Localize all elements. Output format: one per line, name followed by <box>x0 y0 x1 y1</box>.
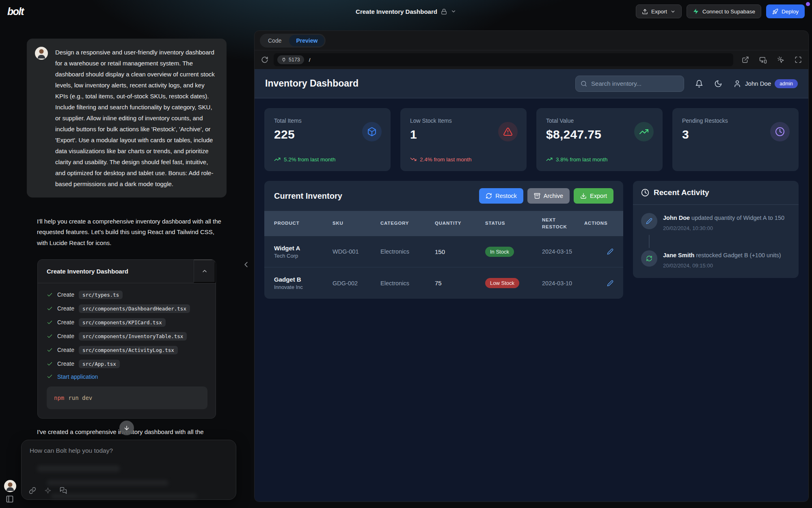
account-avatar[interactable] <box>4 480 16 492</box>
page-title: Inventory Dashboard <box>265 78 358 89</box>
timeline-connector <box>649 235 650 248</box>
product-supplier: Innovate Inc <box>274 284 330 290</box>
user-icon <box>733 80 741 88</box>
kpi-trend: 3.8% from last month <box>546 156 608 163</box>
file-chip[interactable]: src/components/ActivityLog.tsx <box>79 346 178 354</box>
url-input[interactable]: 5173 / <box>274 53 733 66</box>
product-supplier: Tech Corp <box>274 253 330 259</box>
check-icon <box>47 361 53 367</box>
notification-dot <box>806 2 810 6</box>
product-name: Widget A <box>274 245 330 252</box>
plug-icon <box>281 57 286 62</box>
tab-code[interactable]: Code <box>261 35 288 46</box>
artifact-card: Create Inventory Dashboard Create src/ty… <box>37 259 216 419</box>
activity-action: restocked Gadget B (+100 units) <box>696 252 781 258</box>
search-icon <box>581 80 587 87</box>
edit-row-button[interactable] <box>607 280 613 287</box>
file-chip[interactable]: src/components/KPICard.tsx <box>79 318 166 327</box>
file-chip[interactable]: src/types.ts <box>79 291 123 299</box>
refresh-icon <box>486 193 492 199</box>
rocket-icon <box>772 9 778 15</box>
fullscreen-icon[interactable] <box>795 56 802 64</box>
file-chip[interactable]: src/App.tsx <box>79 360 120 368</box>
preview-viewport: Inventory Dashboard Search inventory... … <box>255 69 808 501</box>
check-icon <box>47 319 53 326</box>
artifact-steps: Create src/types.ts Create src/component… <box>38 283 216 418</box>
reload-icon[interactable] <box>261 56 268 63</box>
artifact-title: Create Inventory Dashboard <box>47 268 128 275</box>
check-icon <box>47 306 53 312</box>
project-title: Create Inventory Dashboard <box>356 8 437 15</box>
restock-button[interactable]: Restock <box>479 188 523 204</box>
sidebar-toggle-icon[interactable] <box>6 495 14 503</box>
trending-down-icon <box>410 156 417 163</box>
step-create-file: Create src/components/InventoryTable.tsx <box>47 332 207 341</box>
activity-item: John Doe updated quantity of Widget A to… <box>641 213 790 232</box>
preview-panel: Code Preview 5173 / Inventory Dashboard <box>254 30 809 502</box>
table-header: PRODUCT SKU CATEGORY QUANTITY STATUS NEX… <box>264 211 623 236</box>
dark-mode-toggle-icon[interactable] <box>714 80 722 88</box>
user-name: John Doe <box>745 80 771 87</box>
status-badge: In Stock <box>485 247 514 257</box>
clock-icon <box>770 122 790 141</box>
search-input[interactable]: Search inventory... <box>575 76 684 92</box>
preview-toolbar-icons <box>742 56 802 64</box>
start-application-link[interactable]: Start application <box>57 373 98 380</box>
step-create-file: Create src/components/KPICard.tsx <box>47 318 207 327</box>
quantity-cell[interactable]: 150 <box>435 248 483 255</box>
chat-input-toolbar <box>29 487 67 494</box>
pencil-icon <box>641 213 657 229</box>
inspector-cursor-icon[interactable] <box>777 56 784 64</box>
user-menu[interactable]: John Doe admin <box>733 79 798 88</box>
dashboard-main-row: Current Inventory Restock Archive <box>264 181 799 299</box>
arrow-down-icon <box>123 425 130 431</box>
port-pill[interactable]: 5173 <box>277 55 304 64</box>
clock-icon <box>641 189 649 197</box>
next-restock-cell: 2024-03-15 <box>542 248 582 255</box>
archive-icon <box>534 193 540 199</box>
open-external-icon[interactable] <box>742 56 749 64</box>
activity-action: updated quantity of Widget A to 150 <box>691 215 784 221</box>
enhance-prompt-icon[interactable] <box>44 487 52 494</box>
refresh-icon <box>641 250 657 267</box>
next-restock-cell: 2024-03-10 <box>542 280 582 287</box>
terminal-command-block: npmrun dev <box>47 386 207 409</box>
bell-icon[interactable] <box>695 80 703 88</box>
step-create-file: Create src/components/ActivityLog.tsx <box>47 346 207 354</box>
export-button[interactable]: Export <box>636 4 682 18</box>
device-preview-icon[interactable] <box>759 56 767 64</box>
project-title-menu[interactable]: Create Inventory Dashboard <box>356 8 456 15</box>
alert-triangle-icon <box>498 122 518 141</box>
attach-link-icon[interactable] <box>29 487 36 494</box>
user-message: Design a responsive and user-friendly in… <box>27 39 227 198</box>
collapse-chat-handle[interactable] <box>242 260 251 269</box>
step-create-file: Create src/types.ts <box>47 291 207 299</box>
discussion-mode-icon[interactable] <box>60 487 67 494</box>
file-chip[interactable]: src/components/InventoryTable.tsx <box>79 332 187 341</box>
export-csv-button[interactable]: Export <box>574 188 613 204</box>
kpi-row: Total Items 225 5.2% from last month Low… <box>264 108 799 171</box>
preview-address-bar: 5173 / <box>255 50 808 69</box>
edit-row-button[interactable] <box>607 248 613 255</box>
connect-supabase-button[interactable]: Connect to Supabase <box>687 4 761 18</box>
tab-preview[interactable]: Preview <box>289 35 324 46</box>
archive-button[interactable]: Archive <box>527 188 570 204</box>
scroll-to-bottom-button[interactable] <box>119 421 134 435</box>
table-row: Gadget B Innovate Inc GDG-002 Electronic… <box>264 267 623 299</box>
collapse-artifact-button[interactable] <box>194 259 216 283</box>
file-chip[interactable]: src/components/DashboardHeader.tsx <box>79 304 190 313</box>
check-icon <box>47 333 53 339</box>
pencil-icon <box>607 248 613 255</box>
assistant-message-text: I'll help you create a comprehensive inv… <box>37 216 226 248</box>
artifact-header: Create Inventory Dashboard <box>38 260 216 283</box>
step-create-file: Create src/components/DashboardHeader.ts… <box>47 304 207 313</box>
dashboard-body: Total Items 225 5.2% from last month Low… <box>255 98 808 308</box>
deploy-button[interactable]: Deploy <box>766 4 805 18</box>
inventory-card-header: Current Inventory Restock Archive <box>264 181 623 211</box>
topbar: bolt Create Inventory Dashboard Export C… <box>0 0 812 23</box>
bolt-logo[interactable]: bolt <box>7 6 24 17</box>
quantity-cell[interactable]: 75 <box>435 280 483 287</box>
status-badge: Low Stock <box>485 278 519 288</box>
check-icon <box>47 373 53 380</box>
command-args: run dev <box>68 395 92 401</box>
